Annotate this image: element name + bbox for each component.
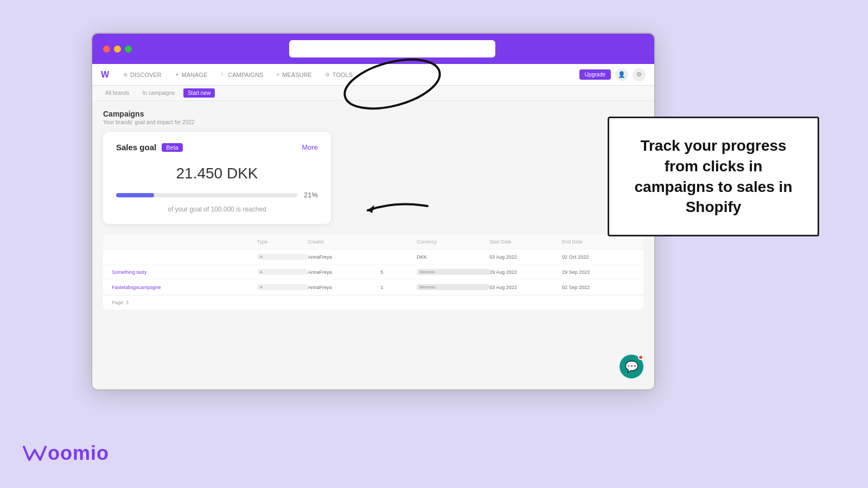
progress-bar-fill: [116, 193, 154, 197]
user-icon-btn[interactable]: 👤: [615, 68, 628, 81]
card-header: Sales goal Beta More: [116, 143, 318, 152]
progress-pct: 21%: [304, 191, 318, 199]
chat-icon: 💬: [625, 360, 639, 373]
sub-nav-in-campaigns[interactable]: In campaigns: [138, 88, 178, 98]
row3-start: 03 Aug 2022: [489, 285, 562, 290]
row2-type: A: [257, 269, 308, 275]
close-dot[interactable]: [103, 46, 110, 53]
row2-count: 5: [380, 269, 417, 275]
nav-item-discover[interactable]: ⊕ DISCOVER: [118, 68, 167, 81]
row1-end: 02 Oct 2022: [562, 254, 635, 260]
nav-item-manage[interactable]: ✦ MANAGE: [169, 68, 213, 81]
nav-item-measure-label: MEASURE: [282, 72, 311, 78]
sales-goal-card: Sales goal Beta More 21.450 DKK 21% of y…: [103, 132, 331, 224]
nav-item-campaigns[interactable]: ⚐ CAMPAIGNS: [215, 68, 269, 81]
page-subtitle: Your brands' goal and impact for 2022: [103, 119, 643, 125]
app-content: W ⊕ DISCOVER ✦ MANAGE ⚐ CAMPAIGNS ≡ MEAS…: [92, 64, 654, 389]
beta-badge: Beta: [162, 143, 183, 152]
upgrade-button[interactable]: Upgrade: [579, 69, 611, 80]
col-creator: Creator: [308, 239, 380, 245]
settings-icon-btn[interactable]: ⚙: [633, 68, 646, 81]
table-row[interactable]: Fastelabsgscampagne A AnnaFreya 1 Woomio…: [103, 280, 643, 295]
table-row[interactable]: A AnnaFreya DKK 03 Aug 2022 02 Oct 2022: [103, 249, 643, 265]
nav-right: Upgrade 👤 ⚙: [579, 68, 646, 81]
table-row[interactable]: Something tasty A AnnaFreya 5 Woomio 29 …: [103, 265, 643, 280]
more-link[interactable]: More: [302, 143, 318, 151]
row2-end: 29 Sep 2022: [562, 269, 635, 275]
window-controls: [103, 46, 132, 53]
col-end: End Date: [562, 239, 635, 245]
browser-chrome: [92, 34, 654, 64]
row3-count: 1: [380, 285, 417, 290]
row3-name: Fastelabsgscampagne: [112, 285, 257, 290]
progress-bar-bg: [116, 193, 297, 197]
sales-amount: 21.450 DKK: [116, 165, 318, 182]
row1-currency: DKK: [417, 254, 489, 260]
card-title-group: Sales goal Beta: [116, 143, 183, 152]
woomio-logo: oomio: [22, 440, 109, 466]
row3-end: 02 Sep 2022: [562, 285, 635, 290]
campaigns-icon: ⚐: [220, 72, 225, 78]
nav-item-campaigns-label: CAMPAIGNS: [228, 72, 263, 78]
nav-item-measure[interactable]: ≡ MEASURE: [271, 68, 317, 81]
card-title: Sales goal: [116, 143, 156, 152]
manage-icon: ✦: [175, 72, 179, 78]
page-title: Campaigns: [103, 110, 643, 118]
address-bar[interactable]: [289, 40, 495, 57]
row3-status: Woomio: [417, 284, 489, 290]
tools-icon: ⚙: [325, 72, 330, 78]
nav-bar: W ⊕ DISCOVER ✦ MANAGE ⚐ CAMPAIGNS ≡ MEAS…: [92, 64, 654, 86]
minimize-dot[interactable]: [114, 46, 121, 53]
nav-item-tools[interactable]: ⚙ TOOLS: [320, 68, 358, 81]
goal-text: of your goal of 100.000 is reached: [116, 206, 318, 213]
table-section: Type Creator Currency Start Date End Dat…: [103, 235, 643, 310]
nav-items: ⊕ DISCOVER ✦ MANAGE ⚐ CAMPAIGNS ≡ MEASUR…: [118, 68, 579, 81]
col-start: Start Date: [489, 239, 562, 245]
row2-status: Woomio: [417, 269, 489, 275]
main-area: Campaigns Your brands' goal and impact f…: [92, 101, 654, 389]
sub-nav: All brands In campaigns Start new: [92, 86, 654, 101]
discover-icon: ⊕: [123, 72, 127, 78]
row2-creator: AnnaFreya: [308, 269, 380, 275]
browser-window: W ⊕ DISCOVER ✦ MANAGE ⚐ CAMPAIGNS ≡ MEAS…: [91, 33, 655, 390]
measure-icon: ≡: [276, 72, 279, 78]
col-type: Type: [257, 239, 308, 245]
row2-name: Something tasty: [112, 269, 257, 275]
row3-creator: AnnaFreya: [308, 285, 380, 290]
nav-item-tools-label: TOOLS: [333, 72, 353, 78]
sub-nav-all-brands[interactable]: All brands: [101, 88, 133, 98]
row1-creator: AnnaFreya: [308, 254, 380, 260]
sub-nav-start-new[interactable]: Start new: [183, 88, 215, 98]
nav-item-discover-label: DISCOVER: [130, 72, 161, 78]
notification-dot: [638, 355, 643, 360]
annotation-box: Track your progress from clicks in campa…: [608, 117, 819, 236]
pagination: Page: 3: [103, 295, 643, 310]
chat-bubble[interactable]: 💬: [620, 355, 643, 378]
row1-type: A: [257, 254, 308, 260]
woomio-w-icon: [22, 440, 48, 466]
annotation-text: Track your progress from clicks in campa…: [624, 136, 802, 217]
col-count: [380, 239, 417, 245]
row3-type: A: [257, 284, 308, 290]
row2-start: 29 Aug 2022: [489, 269, 562, 275]
progress-row: 21%: [116, 191, 318, 199]
maximize-dot[interactable]: [125, 46, 132, 53]
col-name: [112, 239, 257, 245]
row1-start: 03 Aug 2022: [489, 254, 562, 260]
table-header-row: Type Creator Currency Start Date End Dat…: [103, 235, 643, 249]
woomio-text: oomio: [48, 442, 109, 465]
nav-logo: W: [101, 70, 109, 80]
col-currency: Currency: [417, 239, 489, 245]
nav-item-manage-label: MANAGE: [182, 72, 208, 78]
